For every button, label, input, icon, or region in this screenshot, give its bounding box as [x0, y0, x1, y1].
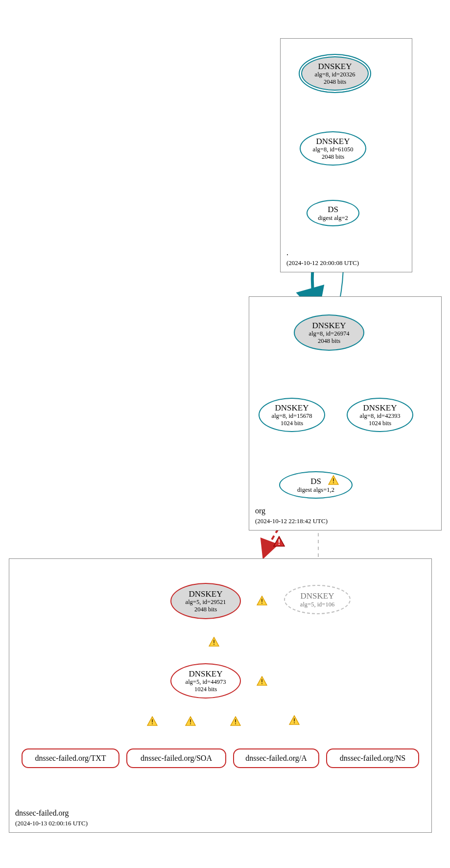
svg-rect-9	[261, 683, 262, 684]
rrset-a: dnssec-failed.org/A	[233, 748, 319, 768]
node-sub1: alg=8, id=42393	[360, 412, 401, 419]
node-sub2: 2048 bits	[194, 606, 217, 613]
node-sub1: alg=5, id=29521	[186, 599, 226, 605]
node-sub1: digest alg=2	[318, 215, 348, 221]
node-title: DNSKEY	[189, 669, 223, 679]
node-sub2: 1024 bits	[194, 686, 217, 693]
warning-icon	[289, 715, 300, 725]
rrset-soa: dnssec-failed.org/SOA	[126, 748, 226, 768]
zone-org-time: (2024-10-12 22:18:42 UTC)	[255, 517, 328, 525]
svg-rect-17	[294, 723, 295, 723]
node-sub2: 2048 bits	[324, 78, 346, 85]
diagram-canvas: . (2024-10-12 20:00:08 UTC) org (2024-10…	[0, 0, 450, 868]
svg-rect-16	[294, 718, 295, 721]
node-title: DNSKEY	[318, 62, 352, 72]
zone-root-name: .	[286, 248, 288, 257]
svg-rect-11	[152, 723, 153, 724]
svg-rect-5	[261, 603, 262, 604]
node-fail-missing: DNSKEY alg=5, id=106	[284, 585, 351, 614]
node-title: DNSKEY	[363, 403, 397, 413]
svg-rect-10	[152, 719, 153, 722]
svg-rect-3	[279, 544, 280, 545]
zone-org-name: org	[255, 506, 265, 515]
node-title: DNSKEY	[189, 589, 223, 599]
error-icon	[273, 536, 285, 547]
node-sub2: 1024 bits	[281, 420, 303, 427]
svg-rect-1	[333, 482, 334, 483]
node-title: DNSKEY	[312, 321, 346, 331]
warning-icon	[209, 637, 219, 647]
node-org-ds: DS digest algs=1,2	[279, 471, 353, 499]
node-root-zsk: DNSKEY alg=8, id=61050 2048 bits	[300, 131, 366, 166]
svg-rect-2	[279, 539, 280, 543]
node-sub1: alg=8, id=61050	[313, 146, 354, 153]
node-sub1: alg=5, id=44973	[186, 678, 226, 685]
svg-rect-0	[333, 478, 334, 481]
zone-failed-time: (2024-10-13 02:00:16 UTC)	[15, 820, 88, 827]
node-root-ksk: DNSKEY alg=8, id=20326 2048 bits	[299, 54, 371, 93]
node-org-ksk: DNSKEY alg=8, id=26974 2048 bits	[294, 314, 364, 351]
node-sub1: alg=8, id=15678	[272, 412, 312, 419]
warning-icon	[185, 716, 196, 726]
node-sub1: alg=8, id=26974	[309, 330, 350, 337]
node-sub2: 2048 bits	[318, 338, 340, 344]
node-sub2: 1024 bits	[369, 420, 391, 427]
node-title: DS	[310, 477, 321, 486]
svg-rect-15	[235, 723, 236, 724]
node-fail-ksk: DNSKEY alg=5, id=29521 2048 bits	[170, 583, 241, 619]
zone-failed-name: dnssec-failed.org	[15, 809, 69, 818]
node-title: DNSKEY	[316, 137, 350, 146]
svg-rect-12	[190, 719, 191, 722]
node-title: DNSKEY	[275, 403, 309, 413]
node-org-zsk1: DNSKEY alg=8, id=15678 1024 bits	[259, 398, 325, 432]
svg-rect-6	[213, 640, 214, 643]
node-title: DS	[328, 205, 338, 215]
svg-rect-14	[235, 719, 236, 722]
svg-rect-7	[213, 644, 214, 645]
svg-rect-8	[261, 679, 262, 682]
node-fail-zsk: DNSKEY alg=5, id=44973 1024 bits	[170, 663, 241, 699]
warning-icon	[257, 676, 267, 686]
node-sub2: 2048 bits	[322, 153, 344, 160]
node-sub1: digest algs=1,2	[297, 486, 334, 493]
node-title: DNSKEY	[301, 591, 334, 601]
node-sub1: alg=8, id=20326	[315, 71, 355, 78]
rrset-ns: dnssec-failed.org/NS	[326, 748, 419, 768]
warning-icon	[147, 716, 158, 726]
svg-rect-4	[261, 599, 262, 602]
node-root-ds: DS digest alg=2	[307, 200, 359, 226]
warning-icon	[230, 716, 241, 726]
node-org-zsk2: DNSKEY alg=8, id=42393 1024 bits	[347, 398, 413, 432]
svg-rect-13	[190, 723, 191, 724]
zone-root-time: (2024-10-12 20:00:08 UTC)	[286, 259, 359, 267]
warning-icon	[328, 475, 339, 485]
node-sub1: alg=5, id=106	[300, 601, 334, 608]
rrset-txt: dnssec-failed.org/TXT	[22, 748, 119, 768]
warning-icon	[257, 596, 267, 605]
